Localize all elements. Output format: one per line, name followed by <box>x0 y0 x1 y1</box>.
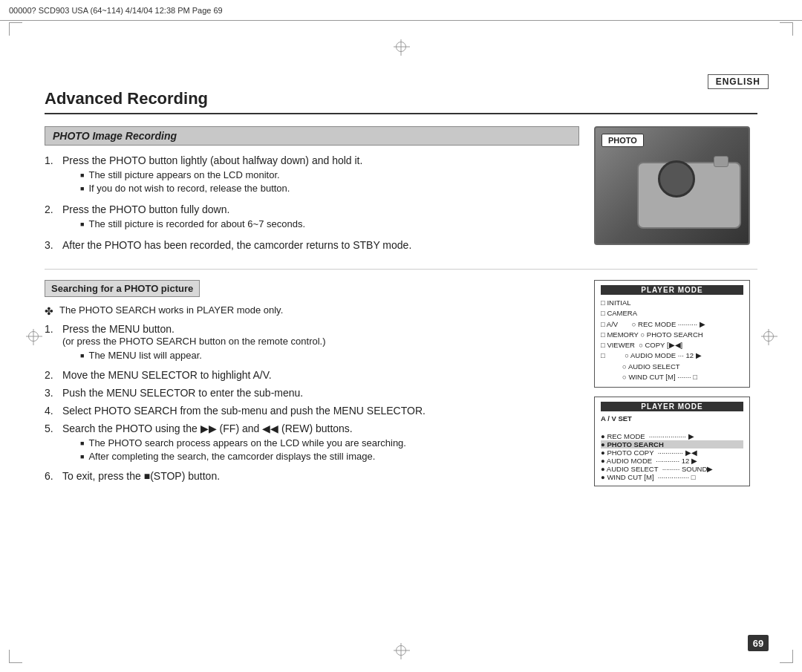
section1-header: PHOTO Image Recording <box>45 126 579 146</box>
camera-lens <box>658 160 695 198</box>
main-content: Advanced Recording PHOTO Image Recording… <box>45 89 757 627</box>
s2-step2: 2. Move the MENU SELECTOR to highlight A… <box>45 369 579 381</box>
page-number: 69 <box>748 635 769 651</box>
s2-step3: 3. Push the MENU SELECTOR to enter the s… <box>45 387 579 399</box>
step2: 2. Press the PHOTO button fully down. Th… <box>45 203 579 232</box>
section1-step3: 3. After the PHOTO has been recorded, th… <box>45 239 579 251</box>
section1-steps: 1. Press the PHOTO button lightly (about… <box>45 154 579 196</box>
section-divider <box>45 269 757 270</box>
section2-header: Searching for a PHOTO picture <box>45 280 200 297</box>
section1-layout: PHOTO Image Recording 1. Press the PHOTO… <box>45 126 757 258</box>
s2-step5: 5. Search the PHOTO using the ▶▶ (FF) an… <box>45 423 579 464</box>
menu-diagram-1: PLAYER MODE □ INITIAL □ CAMERA □ A/V ○ R… <box>594 280 750 388</box>
menu2-title: PLAYER MODE <box>601 402 743 411</box>
s2-step6: 6. To exit, press the ■(STOP) button. <box>45 470 579 482</box>
section1-left: PHOTO Image Recording 1. Press the PHOTO… <box>45 126 579 258</box>
crosshair-bottom <box>396 645 406 656</box>
camera-body <box>637 162 741 229</box>
section2-layout: Searching for a PHOTO picture ✤ The PHOT… <box>45 280 757 489</box>
step1-bullets: The still picture appears on the LCD mon… <box>80 169 579 194</box>
step3-text: After the PHOTO has been recorded, the c… <box>62 239 411 251</box>
page-title: Advanced Recording <box>45 89 757 114</box>
corner-mark-br <box>780 650 793 663</box>
corner-mark-bl <box>9 650 22 663</box>
corner-mark-tr <box>780 22 793 36</box>
section2-left: Searching for a PHOTO picture ✤ The PHOT… <box>45 280 579 489</box>
section2-note: ✤ The PHOTO SEARCH works in PLAYER mode … <box>45 304 579 317</box>
step1-text: Press the PHOTO button lightly (about ha… <box>62 154 362 166</box>
menu1-title: PLAYER MODE <box>601 285 743 295</box>
header-bar: 00000? SCD903 USA (64~114) 4/14/04 12:38… <box>0 0 802 21</box>
section2-steps: 1. Press the MENU button. (or press the … <box>45 323 579 482</box>
photo-label: PHOTO <box>602 134 644 147</box>
section1-step2: 2. Press the PHOTO button fully down. Th… <box>45 203 579 232</box>
step3: 3. After the PHOTO has been recorded, th… <box>45 239 579 251</box>
menu-diagram-2: PLAYER MODE A / V SET ● REC MODE ·······… <box>594 397 750 486</box>
plus-icon: ✤ <box>45 305 53 317</box>
section2-note-text: The PHOTO SEARCH works in PLAYER mode on… <box>59 304 283 316</box>
header-text: 00000? SCD903 USA (64~114) 4/14/04 12:38… <box>9 6 223 15</box>
section2-right: PLAYER MODE □ INITIAL □ CAMERA □ A/V ○ R… <box>594 280 757 489</box>
step1: 1. Press the PHOTO button lightly (about… <box>45 154 579 196</box>
s2-step1: 1. Press the MENU button. (or press the … <box>45 323 579 363</box>
crosshair-right <box>763 331 774 342</box>
step2-text: Press the PHOTO button fully down. <box>62 203 229 215</box>
crosshair-left <box>28 331 39 342</box>
english-badge: ENGLISH <box>708 74 769 89</box>
photo-image: PHOTO <box>594 126 750 245</box>
section1-right: PHOTO <box>594 126 757 258</box>
s2-step4: 4. Select PHOTO SEARCH from the sub-menu… <box>45 405 579 417</box>
camera-button <box>714 156 728 167</box>
corner-mark-tl <box>9 22 22 36</box>
highlight-photo-search: ● PHOTO SEARCH <box>601 440 743 448</box>
crosshair-top <box>396 42 406 52</box>
